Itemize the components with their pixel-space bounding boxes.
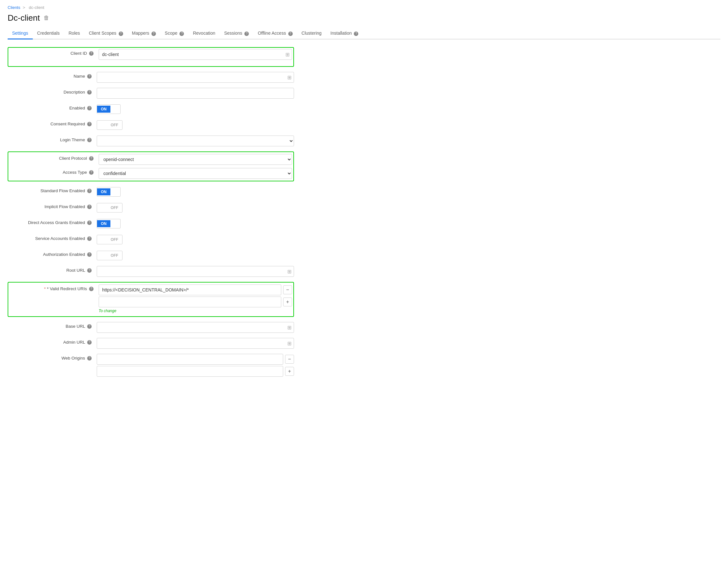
web-origins-entry: − [97, 354, 294, 365]
tab-mappers[interactable]: Mappers ? [128, 28, 160, 39]
authorization-enabled-off[interactable]: OFF [107, 252, 122, 259]
tab-settings[interactable]: Settings [8, 28, 33, 39]
offline-access-help-icon: ? [288, 31, 293, 36]
client-id-copy-icon[interactable]: ⊞ [286, 51, 290, 58]
description-control [97, 88, 294, 99]
redirect-uri-new-input[interactable] [99, 297, 281, 307]
tab-credentials[interactable]: Credentials [33, 28, 64, 39]
valid-redirect-uris-label: * * Valid Redirect URIs ? [9, 285, 99, 291]
web-origins-new-input[interactable] [97, 366, 283, 377]
tab-revocation[interactable]: Revocation [188, 28, 220, 39]
tab-clustering[interactable]: Clustering [297, 28, 326, 39]
client-protocol-row: Client Protocol ? openid-connect saml [9, 154, 292, 165]
web-origins-input[interactable] [97, 354, 283, 365]
admin-url-label: Admin URL ? [8, 338, 97, 344]
redirect-uri-input[interactable] [99, 285, 281, 295]
direct-access-slider[interactable] [110, 220, 120, 227]
tab-scope[interactable]: Scope ? [160, 28, 189, 39]
access-type-help-icon: ? [89, 170, 93, 175]
direct-access-toggle[interactable]: ON [97, 218, 294, 229]
root-url-input[interactable] [97, 266, 294, 277]
implicit-flow-off[interactable]: OFF [107, 204, 122, 211]
enabled-control: ON [97, 104, 294, 114]
enabled-toggle[interactable]: ON [97, 104, 294, 114]
breadcrumb-clients-link[interactable]: Clients [8, 5, 20, 10]
settings-form: Client ID ? ⊞ Name ? ⊞ Description ? [8, 47, 294, 378]
enabled-on[interactable]: ON [97, 106, 110, 113]
admin-url-input[interactable] [97, 338, 294, 349]
consent-required-off[interactable]: OFF [107, 122, 122, 129]
standard-flow-label: Standard Flow Enabled ? [8, 186, 97, 193]
implicit-flow-toggle[interactable]: OFF [97, 202, 294, 213]
service-accounts-toggle[interactable]: OFF [97, 234, 294, 245]
direct-access-label: Direct Access Grants Enabled ? [8, 218, 97, 225]
enabled-help-icon: ? [87, 106, 92, 110]
redirect-uri-add-button[interactable]: + [283, 297, 292, 307]
direct-access-on[interactable]: ON [97, 220, 110, 227]
authorization-enabled-slider[interactable] [97, 252, 107, 259]
service-accounts-off[interactable]: OFF [107, 236, 122, 243]
client-id-control: ⊞ [99, 49, 292, 60]
client-id-input[interactable] [99, 49, 292, 60]
consent-required-label: Consent Required ? [8, 120, 97, 126]
consent-required-slider[interactable] [97, 122, 107, 129]
base-url-input[interactable] [97, 322, 294, 333]
delete-client-button[interactable]: 🗑 [44, 15, 49, 21]
standard-flow-on[interactable]: ON [97, 188, 110, 195]
authorization-enabled-toggle[interactable]: OFF [97, 250, 294, 261]
client-protocol-label: Client Protocol ? [9, 154, 99, 161]
web-origins-remove-button[interactable]: − [285, 355, 294, 364]
description-row: Description ? [8, 88, 294, 99]
access-type-select[interactable]: confidential public bearer-only [99, 168, 292, 179]
tab-sessions[interactable]: Sessions ? [220, 28, 254, 39]
description-help-icon: ? [87, 90, 92, 94]
redirect-uri-entry: − [99, 285, 292, 295]
consent-required-help-icon: ? [87, 122, 92, 126]
web-origins-add-row: + [97, 366, 294, 377]
tab-installation[interactable]: Installation ? [326, 28, 363, 39]
standard-flow-toggle[interactable]: ON [97, 186, 294, 197]
implicit-flow-label: Implicit Flow Enabled ? [8, 202, 97, 209]
sessions-help-icon: ? [244, 31, 249, 36]
consent-required-toggle[interactable]: OFF [97, 120, 294, 130]
valid-redirect-uris-row: * * Valid Redirect URIs ? − + To change [9, 285, 292, 313]
enabled-slider[interactable] [110, 106, 120, 113]
service-accounts-slider[interactable] [97, 236, 107, 243]
tab-offline-access[interactable]: Offline Access ? [253, 28, 297, 39]
redirect-uri-remove-button[interactable]: − [283, 286, 292, 294]
login-theme-control [97, 135, 294, 146]
root-url-copy-icon[interactable]: ⊞ [287, 269, 291, 275]
tab-client-scopes[interactable]: Client Scopes ? [84, 28, 127, 39]
web-origins-add-button[interactable]: + [285, 367, 294, 376]
name-copy-icon[interactable]: ⊞ [287, 75, 291, 81]
web-origins-help-icon: ? [87, 356, 92, 360]
name-input[interactable] [97, 72, 294, 83]
service-accounts-row: Service Accounts Enabled ? OFF [8, 234, 294, 245]
breadcrumb-separator: > [23, 5, 25, 10]
authorization-enabled-help-icon: ? [87, 252, 92, 257]
to-change-label: To change [99, 309, 292, 313]
scope-help-icon: ? [180, 31, 184, 36]
client-protocol-select[interactable]: openid-connect saml [99, 154, 292, 165]
login-theme-select[interactable] [97, 135, 294, 146]
access-type-control: confidential public bearer-only [99, 168, 292, 179]
implicit-flow-slider[interactable] [97, 204, 107, 211]
standard-flow-help-icon: ? [87, 189, 92, 193]
name-help-icon: ? [87, 74, 92, 79]
tab-roles[interactable]: Roles [64, 28, 84, 39]
admin-url-help-icon: ? [87, 340, 92, 344]
root-url-help-icon: ? [87, 268, 92, 273]
authorization-enabled-row: Authorization Enabled ? OFF [8, 250, 294, 261]
client-id-row: Client ID ? ⊞ [9, 49, 292, 60]
login-theme-row: Login Theme ? [8, 135, 294, 146]
authorization-enabled-label: Authorization Enabled ? [8, 250, 97, 257]
service-accounts-control: OFF [97, 234, 294, 245]
standard-flow-slider[interactable] [110, 188, 120, 195]
admin-url-control: ⊞ [97, 338, 294, 349]
description-input[interactable] [97, 88, 294, 99]
base-url-copy-icon[interactable]: ⊞ [287, 324, 291, 331]
admin-url-copy-icon[interactable]: ⊞ [287, 340, 291, 346]
valid-redirect-uris-help-icon: ? [89, 287, 93, 291]
name-label: Name ? [8, 72, 97, 79]
name-row: Name ? ⊞ [8, 72, 294, 83]
